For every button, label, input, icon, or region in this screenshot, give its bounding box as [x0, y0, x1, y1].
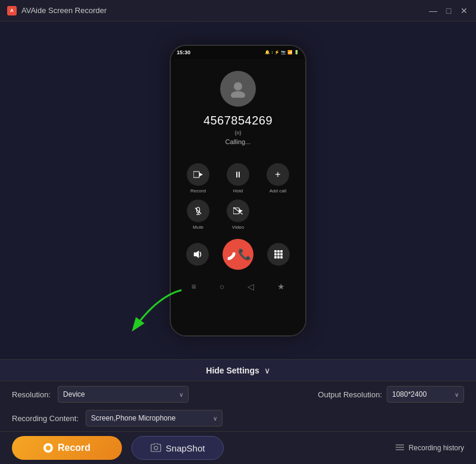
record-ctrl-label: Record: [190, 188, 206, 194]
settings-row-1: Resolution: Device ∨ Output Resolution: …: [0, 381, 476, 407]
status-icons: 🔔 ↕ ⚡ 📷 📶 🔋: [265, 50, 299, 55]
title-bar: A AVAide Screen Recorder — □ ✕: [0, 0, 476, 21]
resolution-value: Device: [63, 390, 85, 398]
app-title: AVAide Screen Recorder: [21, 6, 107, 15]
main-content: 15:30 🔔 ↕ ⚡ 📷 📶 🔋 4567854269 (n) Cal: [0, 21, 476, 464]
close-button[interactable]: ✕: [459, 6, 469, 15]
addcall-ctrl[interactable]: + Add call: [259, 163, 296, 194]
addcall-ctrl-label: Add call: [270, 188, 286, 194]
svg-rect-2: [193, 172, 199, 177]
recording-content-select[interactable]: Screen,Phone Microphone ∨: [86, 410, 223, 426]
minimize-button[interactable]: —: [428, 6, 438, 15]
record-ctrl-icon: [187, 163, 209, 186]
svg-marker-10: [194, 251, 199, 258]
window-controls: — □ ✕: [428, 6, 469, 15]
svg-point-1: [231, 91, 245, 98]
title-bar-left: A AVAide Screen Recorder: [7, 6, 107, 15]
caller-tag: (n): [235, 130, 242, 136]
resolution-label: Resolution:: [12, 390, 51, 399]
record-button-label: Record: [58, 443, 90, 453]
video-ctrl[interactable]: Video: [220, 200, 256, 230]
output-resolution-select[interactable]: 1080*2400 ∨: [387, 386, 464, 403]
nav-home-icon: ○: [219, 282, 224, 291]
end-call-btn[interactable]: 📞: [223, 239, 253, 270]
call-status: Calling...: [226, 138, 251, 145]
app-icon: A: [7, 6, 17, 15]
maximize-button[interactable]: □: [444, 6, 453, 15]
call-actions: 📞: [180, 239, 296, 270]
svg-rect-17: [274, 256, 277, 259]
snapshot-button-label: SnapShot: [166, 443, 205, 453]
settings-panel: Hide Settings ∨ Resolution: Device ∨ Out…: [0, 359, 476, 464]
record-dot-icon: [43, 443, 53, 453]
svg-rect-19: [280, 256, 283, 259]
output-resolution-value: 1080*2400: [392, 390, 427, 398]
resolution-select[interactable]: Device ∨: [58, 386, 189, 403]
chevron-down-icon: ∨: [264, 366, 270, 375]
output-resolution-label: Output Resolution:: [318, 390, 382, 399]
nav-recent-icon: ★: [277, 282, 285, 291]
video-ctrl-icon: [227, 200, 249, 222]
call-screen: 4567854269 (n) Calling... Record: [171, 59, 305, 335]
nav-menu-icon: ≡: [191, 282, 196, 291]
svg-point-0: [234, 82, 242, 91]
mute-ctrl[interactable]: Mute: [180, 200, 217, 230]
phone-container: 15:30 🔔 ↕ ⚡ 📷 📶 🔋 4567854269 (n) Cal: [0, 21, 476, 359]
recording-content-value: Screen,Phone Microphone: [91, 414, 176, 422]
svg-rect-12: [277, 250, 280, 253]
settings-row-2: Recording Content: Screen,Phone Micropho…: [0, 407, 476, 431]
nav-bar: ≡ ○ ◁ ★: [180, 279, 296, 294]
history-button-label: Recording history: [409, 444, 464, 452]
record-button[interactable]: Record: [12, 436, 122, 460]
resolution-arrow-icon: ∨: [179, 391, 183, 398]
svg-marker-3: [199, 173, 203, 176]
recording-content-label: Recording Content:: [12, 414, 79, 423]
mute-ctrl-label: Mute: [193, 225, 203, 230]
caller-number: 4567854269: [203, 114, 273, 127]
camera-icon: [151, 443, 161, 453]
keypad-btn[interactable]: [267, 243, 290, 266]
svg-point-21: [154, 446, 158, 450]
phone-screen: 15:30 🔔 ↕ ⚡ 📷 📶 🔋 4567854269 (n) Cal: [170, 45, 306, 337]
record-ctrl[interactable]: Record: [180, 163, 217, 194]
history-icon: [394, 443, 405, 453]
hide-settings-bar[interactable]: Hide Settings ∨: [0, 360, 476, 381]
call-controls-grid: Record ⏸ Hold + Add call: [180, 163, 296, 230]
status-time: 15:30: [177, 49, 190, 55]
hide-settings-label: Hide Settings: [206, 366, 259, 375]
recording-content-arrow-icon: ∨: [213, 415, 217, 422]
recording-history-button[interactable]: Recording history: [394, 443, 464, 453]
video-ctrl-label: Video: [232, 225, 244, 230]
output-resolution-arrow-icon: ∨: [455, 391, 459, 398]
action-bar: Record SnapShot Recording history: [0, 431, 476, 464]
output-resolution-section: Output Resolution: 1080*2400 ∨: [318, 386, 464, 403]
svg-rect-16: [280, 253, 283, 256]
hold-ctrl-icon: ⏸: [227, 163, 249, 186]
caller-avatar: [220, 71, 256, 107]
snapshot-button[interactable]: SnapShot: [131, 436, 224, 460]
mute-ctrl-icon: [187, 200, 209, 222]
status-bar: 15:30 🔔 ↕ ⚡ 📷 📶 🔋: [171, 46, 305, 59]
svg-rect-13: [280, 250, 283, 253]
svg-rect-18: [277, 256, 280, 259]
addcall-ctrl-icon: +: [267, 163, 289, 186]
svg-rect-14: [274, 253, 277, 256]
svg-rect-15: [277, 253, 280, 256]
hold-ctrl-label: Hold: [233, 188, 243, 194]
nav-back-icon: ◁: [248, 282, 254, 291]
hold-ctrl[interactable]: ⏸ Hold: [220, 163, 256, 194]
svg-rect-11: [274, 250, 277, 253]
speaker-btn[interactable]: [186, 243, 209, 266]
